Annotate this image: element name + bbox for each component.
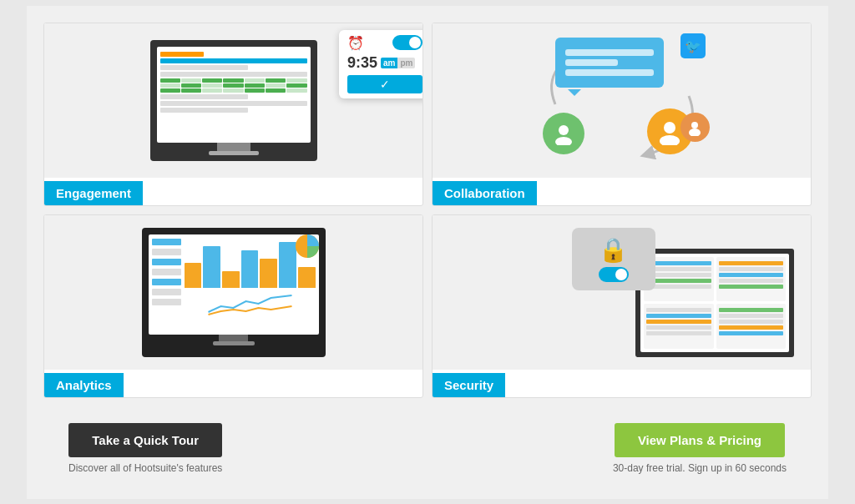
svg-point-1 xyxy=(555,137,572,145)
lock-icon: 🔒 xyxy=(584,236,643,264)
collaboration-card: 🐦 xyxy=(432,23,812,206)
pricing-subtext: 30-day free trial. Sign up in 60 seconds xyxy=(613,462,787,474)
sec-panel-3 xyxy=(644,304,714,349)
security-monitor xyxy=(635,249,794,357)
line-chart xyxy=(185,291,316,316)
bottom-section: Take a Quick Tour Discover all of Hootsu… xyxy=(43,415,812,482)
feature-grid: ⏰ 9:35 am pm ✓ xyxy=(43,23,812,398)
security-card: 🔒 xyxy=(432,214,812,398)
pricing-button[interactable]: View Plans & Pricing xyxy=(615,423,785,457)
engagement-screen xyxy=(157,47,311,143)
pricing-section: View Plans & Pricing 30-day free trial. … xyxy=(613,423,787,474)
svg-point-0 xyxy=(559,125,569,135)
security-widget: 🔒 xyxy=(572,228,655,290)
analytics-main-area xyxy=(185,238,316,331)
tour-subtext: Discover all of Hootsuite's features xyxy=(68,462,222,474)
sec-panel-4 xyxy=(716,304,787,349)
engagement-label: Engagement xyxy=(44,181,143,205)
analytics-label: Analytics xyxy=(44,373,124,397)
avatar-green xyxy=(543,113,584,154)
engagement-monitor xyxy=(150,40,317,161)
analytics-monitor xyxy=(142,228,326,357)
clock-time: 9:35 am pm xyxy=(347,54,422,72)
collaboration-label: Collaboration xyxy=(433,181,537,205)
tour-button[interactable]: Take a Quick Tour xyxy=(68,423,222,457)
clock-confirm: ✓ xyxy=(347,75,422,93)
clock-widget: ⏰ 9:35 am pm ✓ xyxy=(339,30,422,98)
tour-section: Take a Quick Tour Discover all of Hootsu… xyxy=(68,423,222,474)
clock-icon: ⏰ xyxy=(347,35,364,51)
bar-chart xyxy=(185,238,316,288)
security-toggle xyxy=(599,267,629,282)
engagement-card: ⏰ 9:35 am pm ✓ xyxy=(43,23,423,206)
sec-panel-2 xyxy=(716,257,787,302)
clock-toggle xyxy=(392,35,422,50)
analytics-screen xyxy=(149,234,319,335)
analytics-card: Analytics xyxy=(43,214,423,398)
avatar-orange-small xyxy=(680,113,710,142)
security-illustration: 🔒 xyxy=(433,215,811,370)
main-container: ⏰ 9:35 am pm ✓ xyxy=(27,6,828,499)
svg-point-4 xyxy=(691,122,698,129)
collaboration-illustration: 🐦 xyxy=(433,23,811,178)
analytics-illustration xyxy=(44,215,422,370)
twitter-icon: 🐦 xyxy=(680,33,706,58)
svg-point-5 xyxy=(689,129,701,136)
speech-bubble xyxy=(555,38,664,88)
svg-point-3 xyxy=(660,135,680,145)
security-label: Security xyxy=(433,373,505,397)
security-screen xyxy=(640,254,789,352)
engagement-illustration: ⏰ 9:35 am pm ✓ xyxy=(44,23,422,178)
analytics-sidebar xyxy=(152,238,181,331)
svg-point-2 xyxy=(664,122,675,134)
collab-content: 🐦 xyxy=(530,29,714,171)
